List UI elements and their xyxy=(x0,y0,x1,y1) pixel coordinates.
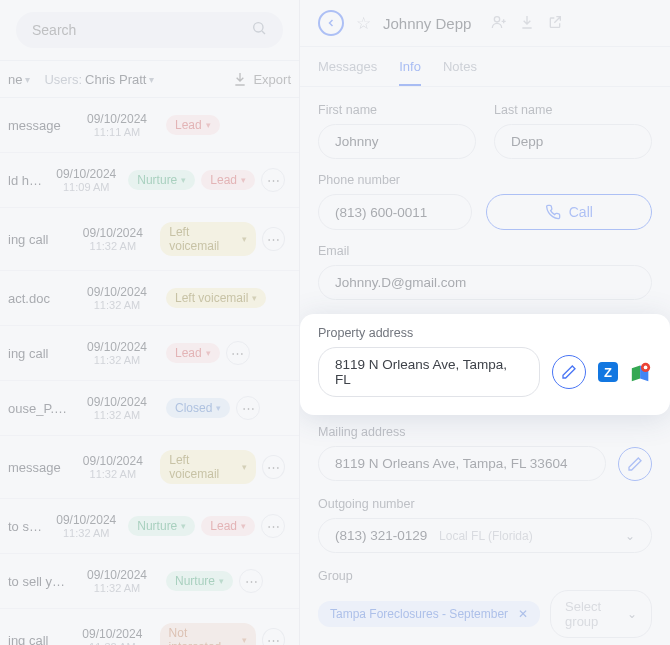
edit-mailing-address-button[interactable] xyxy=(618,447,652,481)
star-icon[interactable]: ☆ xyxy=(356,13,371,34)
conversation-date: 09/10/202411:11 AM xyxy=(80,112,154,138)
last-name-label: Last name xyxy=(494,103,652,117)
svg-point-0 xyxy=(254,23,263,32)
select-group-dropdown[interactable]: Select group ⌄ xyxy=(550,590,652,638)
conversation-title: to sell yo… xyxy=(8,574,68,589)
google-maps-icon[interactable] xyxy=(630,361,652,383)
more-actions-button[interactable]: ⋯ xyxy=(236,396,260,420)
tab-messages[interactable]: Messages xyxy=(318,47,377,86)
group-pill[interactable]: Tampa Foreclosures - September ✕ xyxy=(318,601,540,627)
mailing-address-field[interactable]: 8119 N Orleans Ave, Tampa, FL 33604 xyxy=(318,446,606,481)
close-icon[interactable]: ✕ xyxy=(518,607,528,621)
first-name-label: First name xyxy=(318,103,476,117)
tab-notes[interactable]: Notes xyxy=(443,47,477,86)
chevron-down-icon: ▾ xyxy=(25,74,30,85)
outgoing-number-select[interactable]: (813) 321-0129 Local FL (Florida) ⌄ xyxy=(318,518,652,553)
first-name-field[interactable]: Johnny xyxy=(318,124,476,159)
call-button[interactable]: Call xyxy=(486,194,652,230)
conversation-date: 09/10/202411:09 AM xyxy=(56,167,116,193)
tag-pill[interactable]: Left voicemail▾ xyxy=(160,222,256,256)
conversation-row[interactable]: ing call09/10/202411:32 AMNot interested… xyxy=(0,609,299,645)
contact-name: Johnny Depp xyxy=(383,15,471,32)
more-actions-button[interactable]: ⋯ xyxy=(261,168,285,192)
conversation-row[interactable]: message09/10/202411:32 AMLeft voicemail▾… xyxy=(0,436,299,499)
conversation-row[interactable]: to sell yo…09/10/202411:32 AMNurture▾Lea… xyxy=(0,499,299,554)
conversation-title: to sell yo… xyxy=(8,519,44,534)
conversation-title: act.doc xyxy=(8,291,68,306)
mailing-address-label: Mailing address xyxy=(318,425,652,439)
search-input[interactable] xyxy=(32,22,152,38)
tag-pill[interactable]: Lead▾ xyxy=(166,343,220,363)
conversation-row[interactable]: ld have ac…09/10/202411:09 AMNurture▾Lea… xyxy=(0,153,299,208)
phone-field[interactable]: (813) 600-0011 xyxy=(318,194,472,230)
conversation-date: 09/10/202411:32 AM xyxy=(80,568,154,594)
more-actions-button[interactable]: ⋯ xyxy=(239,569,263,593)
tag-pill[interactable]: Left voicemail▾ xyxy=(160,450,256,484)
chevron-down-icon: ⌄ xyxy=(625,529,635,543)
email-field[interactable]: Johnny.D@gmail.com xyxy=(318,265,652,300)
users-filter[interactable]: Users: Chris Pratt ▾ xyxy=(44,72,154,87)
back-button[interactable] xyxy=(318,10,344,36)
tag-pill[interactable]: Lead▾ xyxy=(166,115,220,135)
conversation-title: ing call xyxy=(8,232,65,247)
conversation-title: ld have ac… xyxy=(8,173,44,188)
more-actions-button[interactable]: ⋯ xyxy=(262,455,285,479)
outgoing-label: Outgoing number xyxy=(318,497,652,511)
property-address-label: Property address xyxy=(318,326,652,340)
conversation-row[interactable]: ing call09/10/202411:32 AMLeft voicemail… xyxy=(0,208,299,271)
tag-pill[interactable]: Left voicemail▾ xyxy=(166,288,266,308)
conversation-date: 09/10/202411:32 AM xyxy=(77,226,148,252)
group-label: Group xyxy=(318,569,652,583)
tag-pill[interactable]: Not interested▾ xyxy=(160,623,257,645)
conversation-row[interactable]: message09/10/202411:11 AMLead▾ xyxy=(0,98,299,153)
conversation-title: message xyxy=(8,118,68,133)
tag-pill[interactable]: Nurture▾ xyxy=(128,170,195,190)
time-filter[interactable]: ne ▾ xyxy=(8,72,30,87)
tag-pill[interactable]: Closed▾ xyxy=(166,398,230,418)
more-actions-button[interactable]: ⋯ xyxy=(262,227,285,251)
zillow-icon[interactable]: Z xyxy=(598,362,618,382)
more-actions-button[interactable]: ⋯ xyxy=(262,628,285,645)
conversation-date: 09/10/202411:32 AM xyxy=(80,285,154,311)
svg-point-2 xyxy=(495,16,500,21)
property-address-field[interactable]: 8119 N Orleans Ave, Tampa, FL xyxy=(318,347,540,397)
conversation-date: 09/10/202411:32 AM xyxy=(56,513,116,539)
search-box[interactable] xyxy=(16,12,283,48)
more-actions-button[interactable]: ⋯ xyxy=(261,514,285,538)
conversation-date: 09/10/202411:32 AM xyxy=(77,454,148,480)
tag-pill[interactable]: Lead▾ xyxy=(201,516,255,536)
svg-line-1 xyxy=(262,31,265,34)
conversation-title: ouse_P.png xyxy=(8,401,68,416)
conversation-row[interactable]: to sell yo…09/10/202411:32 AMNurture▾⋯ xyxy=(0,554,299,609)
tag-pill[interactable]: Nurture▾ xyxy=(166,571,233,591)
edit-property-address-button[interactable] xyxy=(552,355,586,389)
email-label: Email xyxy=(318,244,652,258)
conversation-title: message xyxy=(8,460,65,475)
add-person-icon[interactable] xyxy=(491,14,507,33)
conversation-row[interactable]: ing call09/10/202411:32 AMLead▾⋯ xyxy=(0,326,299,381)
conversation-date: 09/10/202411:32 AM xyxy=(77,627,147,645)
download-icon[interactable] xyxy=(519,14,535,33)
phone-label: Phone number xyxy=(318,173,652,187)
conversation-row[interactable]: ouse_P.png09/10/202411:32 AMClosed▾⋯ xyxy=(0,381,299,436)
chevron-down-icon: ▾ xyxy=(149,74,154,85)
tag-pill[interactable]: Nurture▾ xyxy=(128,516,195,536)
conversation-title: ing call xyxy=(8,346,68,361)
conversation-title: ing call xyxy=(8,633,65,646)
external-link-icon[interactable] xyxy=(547,14,563,33)
svg-point-4 xyxy=(644,366,648,370)
conversation-date: 09/10/202411:32 AM xyxy=(80,395,154,421)
export-button[interactable]: Export xyxy=(232,71,291,87)
search-icon xyxy=(251,20,267,40)
tab-info[interactable]: Info xyxy=(399,47,421,86)
conversation-row[interactable]: act.doc09/10/202411:32 AMLeft voicemail▾ xyxy=(0,271,299,326)
conversation-date: 09/10/202411:32 AM xyxy=(80,340,154,366)
more-actions-button[interactable]: ⋯ xyxy=(226,341,250,365)
chevron-down-icon: ⌄ xyxy=(627,607,637,621)
last-name-field[interactable]: Depp xyxy=(494,124,652,159)
tag-pill[interactable]: Lead▾ xyxy=(201,170,255,190)
